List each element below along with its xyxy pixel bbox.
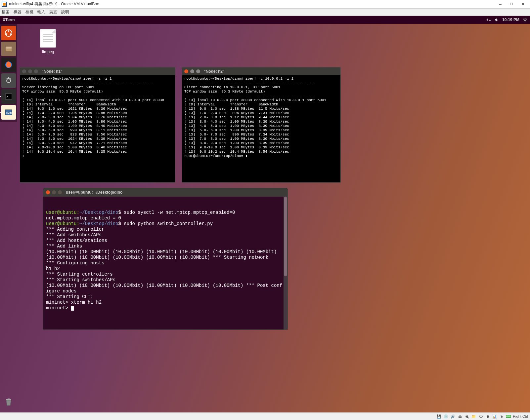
minimize-button[interactable]: ─ [495,1,506,8]
minimize-icon[interactable] [52,190,56,194]
launcher-trash[interactable] [1,395,16,409]
ubuntu-top-panel: XTerm 10:19 PM [0,16,530,24]
menu-devices[interactable]: 裝置 [49,9,57,15]
gnome-terminal-body[interactable]: user@ubuntu:~/Desktop/dino$ sudo sysctl … [43,197,287,329]
desktop-icon-ffmpeg[interactable]: ffmpeg [35,29,61,54]
recording-icon[interactable]: ⏺ [485,414,490,419]
svg-text:TERM: TERM [6,112,12,114]
usb-icon[interactable]: 🔌 [464,414,469,419]
svg-rect-9 [6,48,12,50]
menu-input[interactable]: 輸入 [37,9,45,15]
launcher-firefox[interactable] [1,57,16,72]
svg-rect-8 [6,47,12,48]
menu-machine[interactable]: 機器 [14,9,22,15]
xterm-h2-body[interactable]: root@ubuntu:~/Desktop/dino# iperf -c 10.… [182,75,340,160]
svg-point-5 [8,30,9,32]
xterm-window-h2[interactable]: "Node: h2" root@ubuntu:~/Desktop/dino# i… [182,67,341,183]
close-icon[interactable] [184,69,188,73]
virtualbox-menubar: 檔案 機器 檢視 輸入 裝置 說明 [0,9,530,16]
menu-file[interactable]: 檔案 [2,9,10,15]
svg-text:>_: >_ [6,95,10,98]
gnome-terminal-titlebar[interactable]: user@ubuntu: ~/Desktop/dino [43,188,287,197]
window-title: mininet-wifip4 再製 [執行中] - Oracle VM Virt… [9,1,495,7]
svg-rect-19 [8,399,10,399]
xterm-h1-titlebar[interactable]: "Node: h1" [20,67,175,75]
svg-point-6 [6,33,7,35]
xterm-h2-title: "Node: h2" [204,69,225,74]
gnome-terminal-title: user@ubuntu: ~/Desktop/dino [66,190,122,195]
launcher-xterm[interactable]: TERM [1,105,16,120]
optical-icon[interactable]: 💿 [443,414,449,419]
vm-display: XTerm 10:19 PM >_ TERM ffmpeg "Node: h1"… [0,16,530,412]
gear-icon[interactable] [523,18,527,22]
cpu-icon[interactable]: 📊 [492,414,497,419]
xterm-h1-body[interactable]: root@ubuntu:~/Desktop/dino# iperf -s -i … [20,75,175,160]
svg-rect-2 [3,3,6,6]
minimize-icon[interactable] [28,69,32,73]
virtualbox-icon [2,2,7,7]
maximize-icon[interactable] [196,69,200,73]
svg-rect-18 [6,399,11,400]
svg-point-7 [10,33,11,35]
maximize-icon[interactable] [34,69,38,73]
gnome-terminal-window[interactable]: user@ubuntu: ~/Desktop/dino user@ubuntu:… [43,188,288,330]
display-icon[interactable]: 🖵 [478,414,483,419]
virtualbox-statusbar: 💾 💿 🔊 🖧 🔌 📁 🖵 ⏺ 📊 🖱 ⌨ Right Ctrl [0,412,530,420]
unity-launcher: >_ TERM [0,24,17,122]
sound-icon[interactable] [494,18,499,22]
svg-rect-13 [8,77,9,79]
close-button[interactable]: ✕ [517,1,528,8]
menu-view[interactable]: 檢視 [25,9,33,15]
audio-icon[interactable]: 🔊 [450,414,456,419]
mouse-icon[interactable]: 🖱 [499,414,504,419]
close-icon[interactable] [22,69,26,73]
svg-point-3 [524,19,526,21]
virtualbox-titlebar[interactable]: mininet-wifip4 再製 [執行中] - Oracle VM Virt… [0,0,530,9]
close-icon[interactable] [46,190,50,194]
launcher-terminal[interactable]: >_ [1,89,16,104]
xterm-h1-title: "Node: h1" [42,69,63,74]
xterm-window-h1[interactable]: "Node: h1" root@ubuntu:~/Desktop/dino# i… [20,67,175,183]
svg-point-12 [7,79,11,83]
hdd-icon[interactable]: 💾 [436,414,442,419]
menu-help[interactable]: 說明 [61,9,69,15]
launcher-files[interactable] [1,42,16,56]
maximize-button[interactable]: ☐ [506,1,517,8]
file-icon [40,29,56,48]
network-icon[interactable] [486,18,491,22]
shared-folder-icon[interactable]: 📁 [471,414,476,419]
network-status-icon[interactable]: 🖧 [457,414,463,419]
minimize-icon[interactable] [190,69,194,73]
maximize-icon[interactable] [58,190,62,194]
hostkey-label: Right Ctrl [513,414,528,418]
launcher-settings[interactable] [1,73,16,88]
active-app-name[interactable]: XTerm [3,18,15,22]
clock[interactable]: 10:19 PM [502,18,519,22]
hostkey-icon[interactable]: ⌨ [506,414,511,419]
svg-rect-10 [6,50,12,51]
scrollbar[interactable] [284,197,287,329]
scrollbar-thumb[interactable] [284,197,287,276]
xterm-h2-titlebar[interactable]: "Node: h2" [182,67,340,75]
launcher-dash[interactable] [1,26,16,40]
desktop-icon-label: ffmpeg [35,50,61,54]
